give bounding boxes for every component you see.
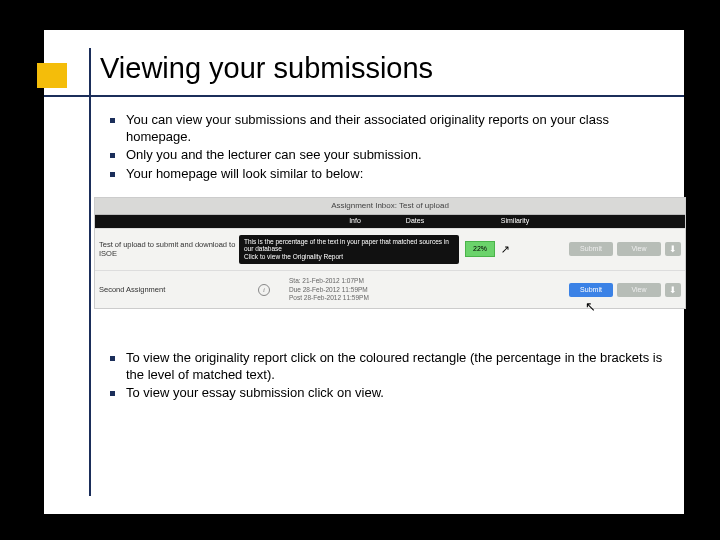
screenshot-banner: Assignment Inbox: Test of upload [95, 198, 685, 215]
assignment-name: Second Assignment [99, 285, 239, 295]
embedded-screenshot: Assignment Inbox: Test of upload Info Da… [104, 197, 664, 310]
bullet-item: To view your essay submission click on v… [104, 385, 664, 402]
download-icon[interactable]: ⬇ [665, 242, 681, 256]
view-button[interactable]: View [617, 283, 661, 297]
bullet-item: To view the originality report click on … [104, 350, 664, 383]
accent-square [37, 63, 67, 88]
bullet-item: Your homepage will look similar to below… [104, 166, 664, 183]
table-row: Test of upload to submit and download to… [95, 228, 685, 270]
slide: Viewing your submissions You can view yo… [44, 30, 684, 514]
body-top: You can view your submissions and their … [104, 112, 664, 309]
horizontal-rule [44, 95, 684, 97]
assignment-name: Test of upload to submit and download to… [99, 240, 239, 259]
body-bottom: To view the originality report click on … [104, 350, 664, 404]
col-similarity: Similarity [445, 217, 585, 226]
cursor-icon [501, 242, 513, 256]
table-row: Second Assignment i Sta: 21-Feb-2012 1:0… [95, 270, 685, 308]
bullet-item: You can view your submissions and their … [104, 112, 664, 145]
screenshot-column-headers: Info Dates Similarity [95, 215, 685, 228]
download-icon[interactable]: ⬇ [665, 283, 681, 297]
originality-tooltip: This is the percentage of the text in yo… [239, 235, 459, 264]
vertical-rule [89, 48, 91, 496]
col-dates: Dates [385, 217, 445, 226]
slide-title: Viewing your submissions [100, 52, 433, 85]
view-button[interactable]: View [617, 242, 661, 256]
submit-button[interactable]: Submit [569, 242, 613, 256]
cursor-icon: ↖ [585, 299, 596, 316]
info-icon[interactable]: i [258, 284, 270, 296]
date-block: Sta: 21-Feb-2012 1:07PM Due 28-Feb-2012 … [289, 277, 399, 302]
col-info: Info [325, 217, 385, 226]
similarity-badge[interactable]: 22% [465, 241, 495, 257]
submit-button[interactable]: Submit [569, 283, 613, 297]
bullet-item: Only you and the lecturer can see your s… [104, 147, 664, 164]
